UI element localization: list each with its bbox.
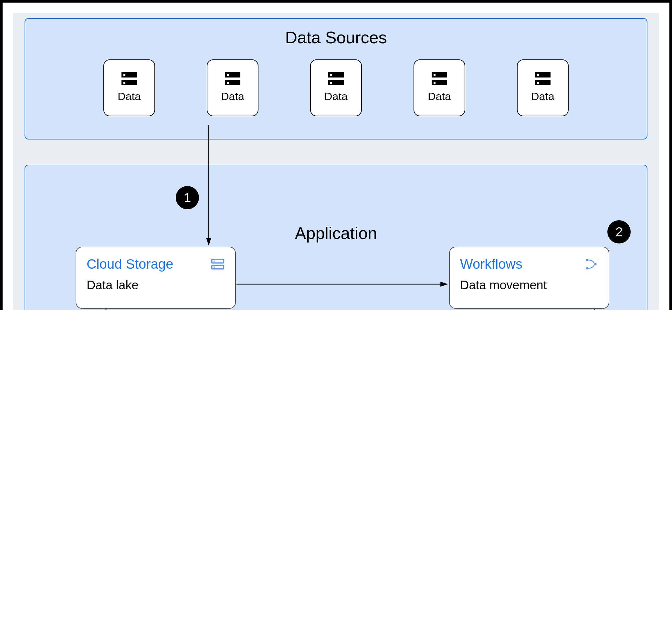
section-data-sources: Data Sources Data Data Data Data (25, 18, 647, 140)
diagram-inner: Data Sources Data Data Data Data (13, 13, 659, 310)
data-source-label: Data (324, 91, 348, 103)
diagram-canvas: Data Sources Data Data Data Data (0, 0, 672, 310)
service-subtitle: Data movement (460, 278, 598, 293)
service-title: Cloud Storage (87, 256, 174, 272)
section-title-data-sources: Data Sources (25, 28, 647, 48)
storage-icon (122, 72, 137, 87)
service-workflows: Workflows Data movement (449, 247, 609, 309)
data-source-label: Data (531, 91, 555, 103)
badge-2: 2 (608, 220, 631, 244)
badge-1: 1 (176, 186, 199, 209)
service-title: Workflows (460, 256, 522, 272)
data-source-label: Data (428, 91, 451, 103)
storage-icon (328, 72, 344, 87)
data-source-2: Data (207, 59, 258, 116)
service-cloud-storage: Cloud Storage Data lake (76, 247, 236, 309)
svg-point-6 (594, 263, 596, 265)
data-source-row: Data Data Data Data Data (25, 59, 647, 116)
data-source-label: Data (221, 91, 244, 103)
svg-point-3 (213, 266, 215, 268)
svg-point-2 (213, 261, 215, 262)
data-source-1: Data (103, 59, 155, 116)
data-source-5: Data (517, 59, 569, 116)
cloud-storage-icon (211, 257, 225, 271)
svg-point-5 (586, 267, 588, 269)
data-source-4: Data (414, 59, 465, 116)
storage-icon (432, 72, 447, 87)
svg-point-4 (586, 259, 588, 261)
section-title-application: Application (25, 223, 647, 244)
section-application: Application Data Analysis Cloud Storage … (25, 165, 647, 310)
data-source-3: Data (310, 59, 362, 116)
workflows-icon (584, 257, 598, 271)
service-subtitle: Data lake (87, 278, 225, 293)
storage-icon (225, 72, 240, 87)
data-source-label: Data (117, 91, 141, 103)
storage-icon (535, 72, 550, 87)
